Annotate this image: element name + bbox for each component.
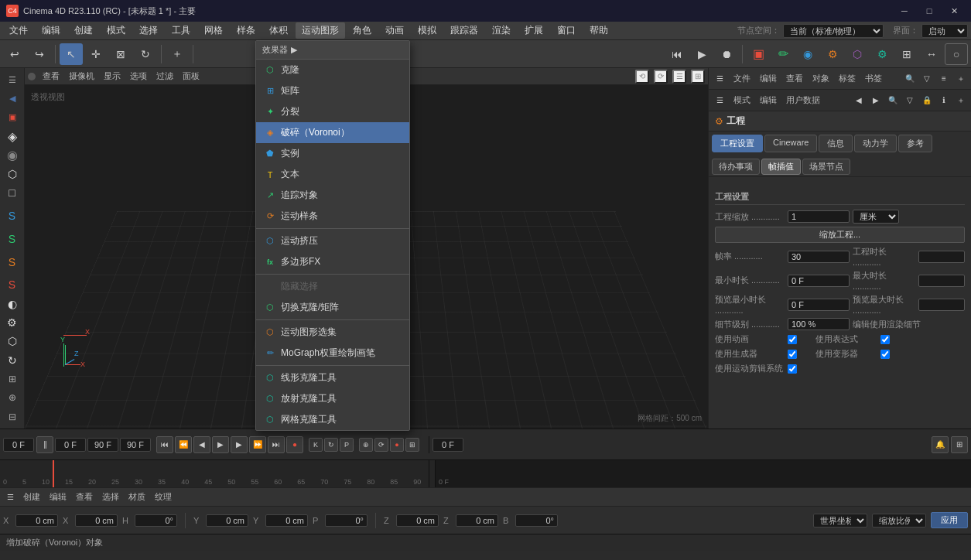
- record-button[interactable]: ⏺: [715, 43, 738, 65]
- rp-tab-edit[interactable]: 编辑: [757, 71, 780, 86]
- attr-edit[interactable]: 编辑: [757, 93, 780, 108]
- sidebar-obj3[interactable]: ◉: [2, 146, 22, 163]
- menu-render[interactable]: 渲染: [486, 22, 517, 39]
- total-frame-input[interactable]: [120, 438, 151, 452]
- menu-animate[interactable]: 动画: [379, 22, 410, 39]
- subtab-todo[interactable]: 待办事项: [712, 159, 760, 175]
- attr-menu-btn[interactable]: ☰: [712, 93, 727, 108]
- use-anim-checkbox[interactable]: [788, 335, 797, 344]
- tab-project-settings[interactable]: 工程设置: [712, 135, 763, 152]
- vh-panel[interactable]: 面板: [180, 70, 202, 83]
- z2-input[interactable]: [456, 514, 498, 527]
- anim-extra-4[interactable]: ⊞: [405, 438, 419, 452]
- b-input[interactable]: [515, 514, 558, 527]
- sidebar-obj8[interactable]: ⬡: [2, 333, 22, 350]
- menu-simulate[interactable]: 模拟: [412, 22, 443, 39]
- sidebar-s4[interactable]: S: [2, 276, 22, 293]
- attr-mode[interactable]: 模式: [730, 93, 754, 108]
- attr-lock-btn[interactable]: 🔒: [920, 94, 934, 108]
- attr-filter-btn[interactable]: ▽: [903, 94, 917, 108]
- sidebar-arrow[interactable]: ◀: [2, 90, 22, 107]
- sidebar-obj5[interactable]: □: [2, 184, 22, 201]
- prev-key-btn[interactable]: ◀: [193, 436, 210, 453]
- sidebar-s3[interactable]: S: [2, 253, 22, 270]
- menu-window[interactable]: 窗口: [551, 22, 582, 39]
- use-gen-checkbox[interactable]: [788, 350, 797, 359]
- subtab-frames[interactable]: 帧插值: [761, 159, 801, 175]
- obj-9[interactable]: ○: [945, 43, 968, 65]
- anim-right-btn1[interactable]: 🔔: [932, 436, 949, 453]
- min-input[interactable]: [788, 275, 850, 287]
- sidebar-s2[interactable]: S: [2, 230, 22, 248]
- vh-display[interactable]: 显示: [101, 70, 123, 83]
- rp-search-btn[interactable]: 🔍: [903, 72, 917, 86]
- attr-search-btn[interactable]: 🔍: [886, 94, 900, 108]
- menu-select[interactable]: 选择: [133, 22, 164, 39]
- use-def-checkbox[interactable]: [880, 350, 890, 359]
- menu-mode[interactable]: 模式: [101, 22, 132, 39]
- menu-mesh[interactable]: 网格: [198, 22, 229, 39]
- sidebar-obj1[interactable]: ▣: [2, 109, 22, 126]
- end-frame-input[interactable]: [87, 438, 118, 452]
- preview-max-input[interactable]: [918, 299, 965, 311]
- subtab-scene[interactable]: 场景节点: [802, 159, 850, 175]
- undo-button[interactable]: ↩: [3, 43, 26, 65]
- attr-info-btn[interactable]: ℹ: [937, 94, 951, 108]
- attr-add-btn[interactable]: ＋: [954, 94, 968, 108]
- skip-start-btn[interactable]: ⏮: [156, 436, 173, 453]
- vh-options[interactable]: 选项: [128, 70, 149, 83]
- apply-btn[interactable]: 应用: [931, 512, 968, 528]
- right-frame-input[interactable]: [433, 438, 463, 452]
- menu-file[interactable]: 文件: [3, 22, 34, 39]
- z-input[interactable]: [396, 514, 439, 527]
- window-controls[interactable]: ─ □ ✕: [894, 3, 965, 19]
- skip-end-btn[interactable]: ⏭: [268, 436, 285, 453]
- bottom-select[interactable]: 选择: [99, 490, 122, 504]
- menu-spline[interactable]: 样条: [231, 22, 262, 39]
- h-input[interactable]: [135, 514, 177, 527]
- p-input[interactable]: [325, 514, 368, 527]
- vh-camera[interactable]: 摄像机: [67, 70, 97, 83]
- obj-4[interactable]: ⚙: [821, 43, 844, 65]
- rp-tab-view[interactable]: 查看: [783, 71, 806, 86]
- rp-tab-object[interactable]: 对象: [809, 71, 833, 86]
- attr-fwd-btn[interactable]: ▶: [869, 94, 883, 108]
- tab-info[interactable]: 信息: [819, 135, 853, 152]
- vp-btn3[interactable]: ☰: [672, 70, 686, 84]
- minimize-button[interactable]: ─: [894, 3, 915, 19]
- sidebar-obj9[interactable]: ↻: [2, 352, 22, 369]
- anim-extra-3[interactable]: ●: [390, 438, 404, 452]
- tab-reference[interactable]: 参考: [898, 135, 932, 152]
- play-fwd-button[interactable]: ▶: [690, 43, 713, 65]
- use-expr-checkbox[interactable]: [880, 335, 890, 344]
- start-frame-input[interactable]: [55, 438, 86, 452]
- obj-7[interactable]: ⊞: [895, 43, 918, 65]
- rotate-tool[interactable]: ↻: [134, 43, 157, 65]
- bottom-view[interactable]: 查看: [73, 490, 96, 504]
- vp-btn1[interactable]: ⟲: [635, 70, 649, 84]
- attr-userdata[interactable]: 用户数据: [783, 93, 823, 108]
- anim-extra-1[interactable]: ⊕: [359, 438, 373, 452]
- next-frame-btn[interactable]: ⏩: [249, 436, 266, 453]
- play-back-button[interactable]: ⏮: [665, 43, 689, 65]
- anim-mark-btn[interactable]: P: [340, 438, 354, 452]
- sidebar-obj6[interactable]: ◐: [2, 295, 22, 312]
- y-input[interactable]: [206, 514, 248, 527]
- bottom-menu-btn[interactable]: ☰: [3, 490, 17, 504]
- current-frame-input[interactable]: [3, 438, 34, 452]
- menu-create[interactable]: 创建: [68, 22, 99, 39]
- sidebar-s1[interactable]: S: [2, 207, 22, 224]
- tab-dynamics[interactable]: 动力学: [854, 135, 897, 152]
- vh-look[interactable]: 查看: [40, 70, 62, 83]
- rp-filter2-btn[interactable]: ≡: [937, 72, 951, 86]
- rp-menu-btn[interactable]: ☰: [712, 71, 727, 87]
- rp-tab-bookmarks[interactable]: 书签: [862, 71, 885, 86]
- close-button[interactable]: ✕: [943, 3, 965, 19]
- sidebar-toggle[interactable]: ☰: [2, 71, 22, 88]
- obj-2[interactable]: ✏: [771, 43, 795, 65]
- menu-volume[interactable]: 体积: [263, 22, 294, 39]
- sidebar-obj10[interactable]: ⊞: [2, 370, 22, 388]
- vh-filter[interactable]: 过滤: [154, 70, 176, 83]
- scale-project-btn[interactable]: 缩放工程...: [715, 227, 965, 243]
- menu-mograph[interactable]: 运动图形: [296, 22, 345, 39]
